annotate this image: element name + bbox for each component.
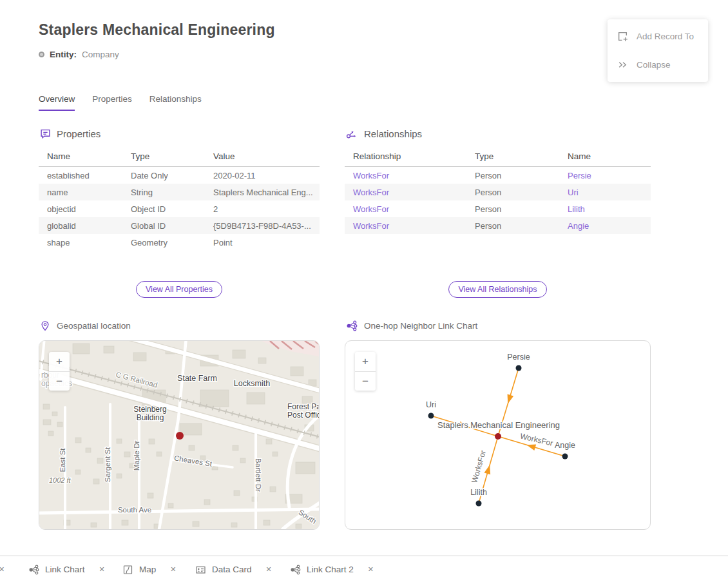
map-icon <box>122 565 133 575</box>
relationship-link[interactable]: WorksFor <box>345 221 466 231</box>
menu-item-add-record-to[interactable]: Add Record To <box>608 24 708 48</box>
bottom-tab-label: Map <box>139 565 156 574</box>
zoom-in-button[interactable]: + <box>355 352 376 371</box>
column-header: Type <box>466 151 559 161</box>
map-canvas: rbouropaedicsC G RailroadState FarmLocks… <box>39 341 319 529</box>
edge-label: WorksFor <box>519 431 554 447</box>
cell-name: shape <box>39 238 122 247</box>
column-header: Name <box>559 151 651 161</box>
link-chart-canvas: WorksForWorksForPersieUriAngieLilithStap… <box>345 341 650 529</box>
edge-label: WorksFor <box>470 449 488 484</box>
name-link[interactable]: Persie <box>559 171 651 180</box>
cell-name: objectid <box>39 204 122 214</box>
link-chart-icon <box>290 565 301 575</box>
entity-row: Entity: Company <box>39 50 119 59</box>
section-title: One-hop Neighbor Link Chart <box>364 321 477 331</box>
link-chart-icon <box>346 320 358 331</box>
close-icon[interactable]: ✕ <box>170 565 176 574</box>
name-link[interactable]: Lilith <box>559 204 651 214</box>
cell-name: established <box>39 171 122 180</box>
graph-node-label: Persie <box>507 353 530 362</box>
close-icon[interactable]: ✕ <box>99 565 105 574</box>
tab-overview[interactable]: Overview <box>39 94 75 111</box>
map-view[interactable]: rbouropaedicsC G RailroadState FarmLocks… <box>39 340 320 530</box>
graph-node-label: Lilith <box>470 488 487 497</box>
properties-table: NameTypeValueestablishedDate Only2020-02… <box>39 148 320 251</box>
collapse-icon <box>617 59 628 70</box>
bottom-tab-label: Link Chart 2 <box>307 565 354 574</box>
map-label: Forest Par <box>287 402 319 411</box>
name-link[interactable]: Uri <box>559 188 651 197</box>
cell-type: Person <box>466 221 559 231</box>
link-chart-icon <box>28 565 39 575</box>
relationships-icon <box>346 128 358 139</box>
entity-label: Entity: <box>50 50 77 59</box>
tab-relationships[interactable]: Relationships <box>149 94 202 111</box>
column-header: Value <box>205 151 320 161</box>
menu-item-collapse[interactable]: Collapse <box>608 53 708 77</box>
relationships-header-row: RelationshipTypeName <box>345 148 651 167</box>
menu-item-label: Add Record To <box>637 32 694 41</box>
close-icon[interactable]: ✕ <box>0 556 5 582</box>
bottom-tab-bar: ✕ Link Chart✕Map✕Data Card✕Link Chart 2✕ <box>0 556 728 582</box>
map-label: South Ave <box>118 506 151 514</box>
properties-icon <box>40 128 51 139</box>
close-icon[interactable]: ✕ <box>368 565 374 574</box>
name-link[interactable]: Angie <box>559 221 651 231</box>
map-label: Locksmith <box>234 379 270 388</box>
map-label: State Farm <box>177 374 217 383</box>
location-marker[interactable] <box>176 432 184 440</box>
table-row: WorksForPersonPersie <box>345 167 651 184</box>
graph-node-persie[interactable] <box>516 365 522 371</box>
column-header: Name <box>39 151 122 161</box>
graph-node-uri[interactable] <box>428 413 434 419</box>
graph-node-label: Angie <box>555 441 575 450</box>
link-chart-view[interactable]: WorksForWorksForPersieUriAngieLilithStap… <box>345 340 651 530</box>
graph-node-angie[interactable] <box>562 454 568 460</box>
bottom-tab-map[interactable]: Map✕ <box>122 556 176 582</box>
cell-value: 2020-02-11 <box>205 171 320 180</box>
map-label: East St <box>59 448 66 472</box>
chart-zoom-control: + − <box>355 352 376 391</box>
section-title: Geospatial location <box>57 321 131 331</box>
cell-type: String <box>122 188 205 197</box>
page-title: Staplers Mechanical Engineering <box>39 21 275 39</box>
cell-type: Global ID <box>122 221 205 231</box>
cell-type: Geometry <box>122 238 205 247</box>
graph-node-lilith[interactable] <box>476 501 482 507</box>
properties-section-header: Properties <box>40 128 101 139</box>
data-card-page: Staplers Mechanical Engineering Entity: … <box>0 0 728 582</box>
view-all-relationships-button[interactable]: View All Relationships <box>448 281 546 298</box>
bottom-tab-data-card[interactable]: Data Card✕ <box>195 556 272 582</box>
bottom-tab-label: Data Card <box>212 565 252 574</box>
table-row: establishedDate Only2020-02-11 <box>39 167 320 184</box>
zoom-out-button[interactable]: − <box>49 371 70 391</box>
column-header: Type <box>122 151 205 161</box>
cell-name: name <box>39 188 122 197</box>
relationship-link[interactable]: WorksFor <box>345 204 466 214</box>
add-record-icon <box>617 31 628 42</box>
zoom-out-button[interactable]: − <box>355 371 376 391</box>
relationships-section-header: Relationships <box>346 128 422 139</box>
bottom-tab-link-chart[interactable]: Link Chart✕ <box>28 556 105 582</box>
cell-type: Object ID <box>122 204 205 214</box>
bottom-tab-link-chart-2[interactable]: Link Chart 2✕ <box>290 556 374 582</box>
tab-properties[interactable]: Properties <box>92 94 132 111</box>
table-row: WorksForPersonLilith <box>345 200 651 217</box>
cell-type: Person <box>466 188 559 197</box>
close-icon[interactable]: ✕ <box>266 565 272 574</box>
relationship-link[interactable]: WorksFor <box>345 188 466 197</box>
zoom-in-button[interactable]: + <box>49 352 70 371</box>
map-label: Post Offic <box>287 411 319 420</box>
relationship-link[interactable]: WorksFor <box>345 171 466 180</box>
graph-node-label: Staplers Mechanical Engineering <box>437 420 560 430</box>
cell-type: Person <box>466 204 559 214</box>
entity-type-dot-icon <box>39 52 44 57</box>
table-row: WorksForPersonUri <box>345 184 651 200</box>
view-all-properties-button[interactable]: View All Properties <box>136 281 222 298</box>
table-row: WorksForPersonAngie <box>345 217 651 234</box>
section-title: Properties <box>57 128 101 139</box>
entity-value: Company <box>82 50 119 59</box>
context-menu: Add Record To Collapse <box>608 19 708 82</box>
graph-node-center[interactable] <box>495 433 501 440</box>
